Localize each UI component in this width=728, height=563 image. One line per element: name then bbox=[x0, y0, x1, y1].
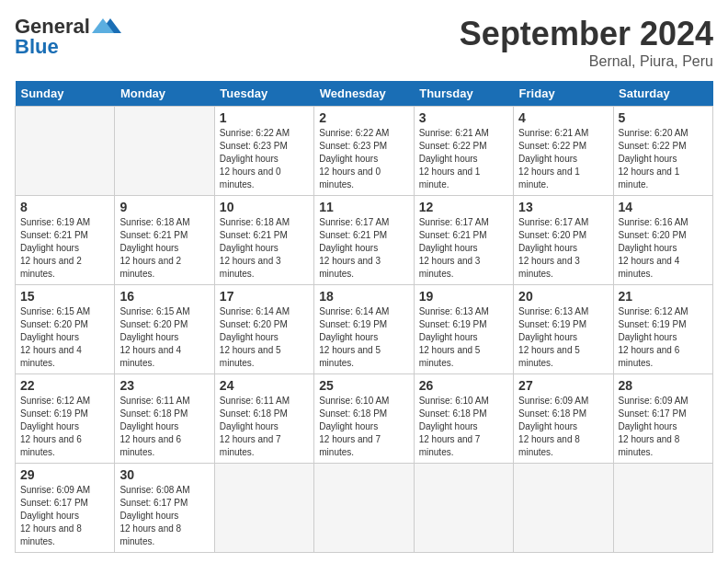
calendar-day-cell: 28 Sunrise: 6:09 AM Sunset: 6:17 PM Dayl… bbox=[613, 374, 712, 464]
calendar-day-cell: 15 Sunrise: 6:15 AM Sunset: 6:20 PM Dayl… bbox=[16, 285, 115, 374]
day-info: Sunrise: 6:14 AM Sunset: 6:20 PM Dayligh… bbox=[220, 305, 309, 370]
day-number: 23 bbox=[119, 378, 209, 393]
day-info: Sunrise: 6:09 AM Sunset: 6:18 PM Dayligh… bbox=[518, 395, 608, 459]
calendar-day-cell: 10 Sunrise: 6:18 AM Sunset: 6:21 PM Dayl… bbox=[214, 196, 313, 285]
calendar-day-cell: 26 Sunrise: 6:10 AM Sunset: 6:18 PM Dayl… bbox=[414, 374, 513, 464]
calendar-day-cell: 14 Sunrise: 6:16 AM Sunset: 6:20 PM Dayl… bbox=[613, 196, 712, 285]
calendar-day-cell: 12 Sunrise: 6:17 AM Sunset: 6:21 PM Dayl… bbox=[414, 196, 513, 285]
day-info: Sunrise: 6:19 AM Sunset: 6:21 PM Dayligh… bbox=[20, 216, 109, 281]
calendar-week-row: 29 Sunrise: 6:09 AM Sunset: 6:17 PM Dayl… bbox=[16, 464, 713, 553]
calendar-day-header: Wednesday bbox=[314, 81, 414, 107]
calendar-day-cell: 1 Sunrise: 6:22 AM Sunset: 6:23 PM Dayli… bbox=[214, 107, 313, 196]
calendar-table: SundayMondayTuesdayWednesdayThursdayFrid… bbox=[15, 81, 713, 553]
calendar-day-cell: 8 Sunrise: 6:19 AM Sunset: 6:21 PM Dayli… bbox=[16, 196, 115, 285]
calendar-day-cell: 20 Sunrise: 6:13 AM Sunset: 6:19 PM Dayl… bbox=[514, 285, 613, 374]
day-info: Sunrise: 6:09 AM Sunset: 6:17 PM Dayligh… bbox=[20, 484, 109, 548]
day-number: 12 bbox=[419, 200, 508, 214]
day-number: 14 bbox=[619, 200, 708, 214]
day-number: 19 bbox=[419, 289, 508, 304]
calendar-week-row: 8 Sunrise: 6:19 AM Sunset: 6:21 PM Dayli… bbox=[16, 196, 713, 285]
calendar-day-cell: 29 Sunrise: 6:09 AM Sunset: 6:17 PM Dayl… bbox=[16, 464, 115, 553]
calendar-day-header: Saturday bbox=[613, 81, 712, 107]
day-number: 3 bbox=[419, 110, 508, 125]
day-info: Sunrise: 6:22 AM Sunset: 6:23 PM Dayligh… bbox=[220, 127, 309, 191]
calendar-week-row: 1 Sunrise: 6:22 AM Sunset: 6:23 PM Dayli… bbox=[16, 107, 713, 196]
day-number: 4 bbox=[518, 110, 608, 125]
day-number: 22 bbox=[20, 378, 109, 393]
day-number: 26 bbox=[419, 378, 508, 393]
day-number: 8 bbox=[20, 200, 109, 214]
calendar-week-row: 22 Sunrise: 6:12 AM Sunset: 6:19 PM Dayl… bbox=[16, 374, 713, 464]
calendar-day-cell: 3 Sunrise: 6:21 AM Sunset: 6:22 PM Dayli… bbox=[414, 107, 513, 196]
day-info: Sunrise: 6:08 AM Sunset: 6:17 PM Dayligh… bbox=[119, 484, 209, 548]
day-info: Sunrise: 6:17 AM Sunset: 6:20 PM Dayligh… bbox=[518, 216, 608, 281]
day-number: 5 bbox=[619, 110, 708, 125]
calendar-day-cell: 22 Sunrise: 6:12 AM Sunset: 6:19 PM Dayl… bbox=[16, 374, 115, 464]
day-info: Sunrise: 6:12 AM Sunset: 6:19 PM Dayligh… bbox=[619, 305, 708, 370]
day-number: 2 bbox=[319, 110, 408, 125]
calendar-day-cell: 30 Sunrise: 6:08 AM Sunset: 6:17 PM Dayl… bbox=[115, 464, 214, 553]
day-number: 13 bbox=[518, 200, 608, 214]
day-info: Sunrise: 6:17 AM Sunset: 6:21 PM Dayligh… bbox=[319, 216, 408, 281]
day-info: Sunrise: 6:21 AM Sunset: 6:22 PM Dayligh… bbox=[419, 127, 508, 191]
calendar-day-cell: 18 Sunrise: 6:14 AM Sunset: 6:19 PM Dayl… bbox=[314, 285, 414, 374]
day-info: Sunrise: 6:15 AM Sunset: 6:20 PM Dayligh… bbox=[20, 305, 109, 370]
day-info: Sunrise: 6:17 AM Sunset: 6:21 PM Dayligh… bbox=[419, 216, 508, 281]
calendar-day-cell bbox=[115, 107, 214, 196]
day-number: 30 bbox=[119, 467, 209, 482]
day-number: 29 bbox=[20, 467, 109, 482]
calendar-day-cell bbox=[514, 464, 613, 553]
calendar-day-cell bbox=[314, 464, 414, 553]
day-info: Sunrise: 6:15 AM Sunset: 6:20 PM Dayligh… bbox=[119, 305, 209, 370]
calendar-header-row: SundayMondayTuesdayWednesdayThursdayFrid… bbox=[16, 81, 713, 107]
logo-icon bbox=[92, 17, 121, 35]
day-info: Sunrise: 6:11 AM Sunset: 6:18 PM Dayligh… bbox=[119, 395, 209, 459]
title-area: September 2024 Bernal, Piura, Peru bbox=[460, 15, 713, 70]
page-header: General Blue September 2024 Bernal, Piur… bbox=[15, 15, 713, 70]
calendar-day-cell: 27 Sunrise: 6:09 AM Sunset: 6:18 PM Dayl… bbox=[514, 374, 613, 464]
calendar-day-cell: 23 Sunrise: 6:11 AM Sunset: 6:18 PM Dayl… bbox=[115, 374, 214, 464]
day-number: 27 bbox=[518, 378, 608, 393]
location-title: Bernal, Piura, Peru bbox=[460, 53, 713, 70]
day-number: 24 bbox=[220, 378, 309, 393]
calendar-day-cell: 2 Sunrise: 6:22 AM Sunset: 6:23 PM Dayli… bbox=[314, 107, 414, 196]
calendar-day-cell bbox=[613, 464, 712, 553]
day-info: Sunrise: 6:20 AM Sunset: 6:22 PM Dayligh… bbox=[619, 127, 708, 191]
day-info: Sunrise: 6:10 AM Sunset: 6:18 PM Dayligh… bbox=[419, 395, 508, 459]
calendar-day-header: Thursday bbox=[414, 81, 513, 107]
month-title: September 2024 bbox=[460, 15, 713, 53]
day-number: 25 bbox=[319, 378, 408, 393]
day-info: Sunrise: 6:18 AM Sunset: 6:21 PM Dayligh… bbox=[119, 216, 209, 281]
day-number: 21 bbox=[619, 289, 708, 304]
calendar-day-cell bbox=[16, 107, 115, 196]
day-info: Sunrise: 6:12 AM Sunset: 6:19 PM Dayligh… bbox=[20, 395, 109, 459]
day-info: Sunrise: 6:18 AM Sunset: 6:21 PM Dayligh… bbox=[220, 216, 309, 281]
calendar-day-cell: 21 Sunrise: 6:12 AM Sunset: 6:19 PM Dayl… bbox=[613, 285, 712, 374]
calendar-day-header: Monday bbox=[115, 81, 214, 107]
day-number: 17 bbox=[220, 289, 309, 304]
calendar-day-header: Friday bbox=[514, 81, 613, 107]
day-number: 11 bbox=[319, 200, 408, 214]
calendar-day-cell: 17 Sunrise: 6:14 AM Sunset: 6:20 PM Dayl… bbox=[214, 285, 313, 374]
calendar-day-cell bbox=[214, 464, 313, 553]
day-info: Sunrise: 6:10 AM Sunset: 6:18 PM Dayligh… bbox=[319, 395, 408, 459]
day-number: 1 bbox=[220, 110, 309, 125]
day-info: Sunrise: 6:11 AM Sunset: 6:18 PM Dayligh… bbox=[220, 395, 309, 459]
calendar-day-cell: 16 Sunrise: 6:15 AM Sunset: 6:20 PM Dayl… bbox=[115, 285, 214, 374]
day-info: Sunrise: 6:09 AM Sunset: 6:17 PM Dayligh… bbox=[619, 395, 708, 459]
day-number: 10 bbox=[220, 200, 309, 214]
logo: General Blue bbox=[15, 15, 121, 59]
day-number: 20 bbox=[518, 289, 608, 304]
logo-blue: Blue bbox=[15, 35, 59, 59]
calendar-day-cell: 19 Sunrise: 6:13 AM Sunset: 6:19 PM Dayl… bbox=[414, 285, 513, 374]
day-info: Sunrise: 6:22 AM Sunset: 6:23 PM Dayligh… bbox=[319, 127, 408, 191]
day-number: 18 bbox=[319, 289, 408, 304]
calendar-day-cell: 13 Sunrise: 6:17 AM Sunset: 6:20 PM Dayl… bbox=[514, 196, 613, 285]
day-info: Sunrise: 6:14 AM Sunset: 6:19 PM Dayligh… bbox=[319, 305, 408, 370]
day-number: 16 bbox=[119, 289, 209, 304]
calendar-day-cell: 5 Sunrise: 6:20 AM Sunset: 6:22 PM Dayli… bbox=[613, 107, 712, 196]
day-number: 9 bbox=[119, 200, 209, 214]
day-info: Sunrise: 6:13 AM Sunset: 6:19 PM Dayligh… bbox=[518, 305, 608, 370]
calendar-day-cell: 9 Sunrise: 6:18 AM Sunset: 6:21 PM Dayli… bbox=[115, 196, 214, 285]
calendar-day-cell: 24 Sunrise: 6:11 AM Sunset: 6:18 PM Dayl… bbox=[214, 374, 313, 464]
